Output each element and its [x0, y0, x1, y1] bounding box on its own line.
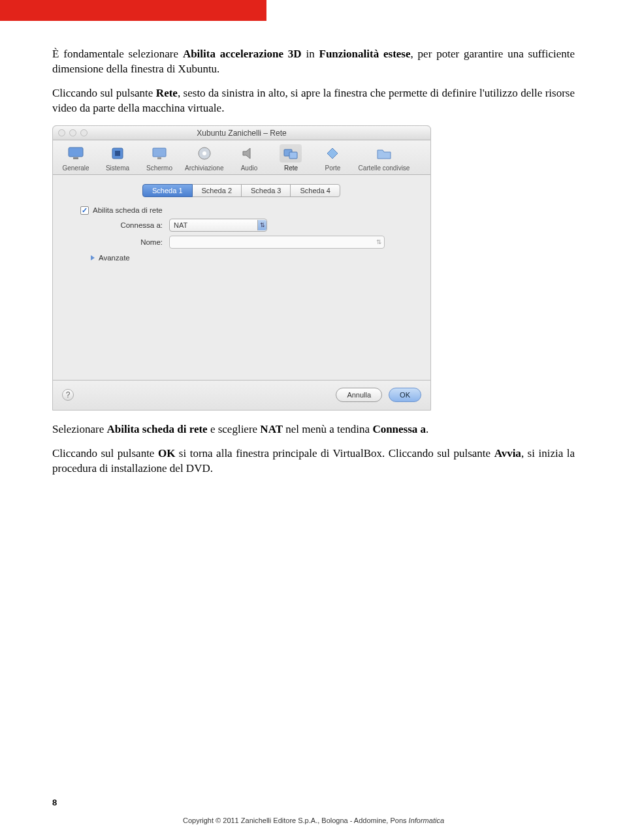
chevron-updown-icon: ⇅ [257, 220, 266, 230]
panel: Scheda 1 Scheda 2 Scheda 3 Scheda 4 Abil… [53, 175, 430, 410]
paragraph-3: Selezionare Abilita scheda di rete e sce… [52, 422, 575, 437]
text: È fondamentale selezionare [52, 48, 183, 60]
minimize-icon[interactable] [69, 129, 76, 136]
attached-to-label: Connessa a: [91, 221, 163, 229]
footer-text: Copyright © 2011 Zanichelli Editore S.p.… [183, 817, 409, 824]
svg-rect-5 [157, 157, 161, 159]
enable-adapter-row: Abilita scheda di rete [80, 206, 419, 215]
header-red-bar [0, 0, 266, 21]
tab-scheda-4[interactable]: Scheda 4 [290, 184, 340, 197]
zoom-icon[interactable] [80, 129, 88, 136]
advanced-row[interactable]: Avanzate [91, 254, 419, 262]
close-icon[interactable] [58, 129, 65, 136]
bold-text: Funzionalità estese [319, 48, 411, 60]
settings-window: Xubuntu Zanichelli – Rete Generale Siste… [52, 125, 431, 411]
text: Cliccando sul pulsante [52, 87, 156, 99]
bold-text: NAT [260, 423, 283, 435]
tab-bar: Scheda 1 Scheda 2 Scheda 3 Scheda 4 [65, 184, 419, 197]
display-icon [148, 144, 170, 163]
toolbar: Generale Sistema Schermo Archiviazione [53, 140, 430, 175]
page-content: È fondamentale selezionare Abilita accel… [52, 47, 575, 486]
enable-adapter-checkbox[interactable] [80, 206, 89, 215]
toolbar-generale[interactable]: Generale [59, 144, 92, 172]
svg-rect-1 [73, 157, 78, 159]
paragraph-2: Cliccando sul pulsante Rete, sesto da si… [52, 86, 575, 116]
text: nel menù a tendina [283, 423, 372, 435]
bold-text: Abilita scheda di rete [107, 423, 208, 435]
cancel-label: Annulla [347, 391, 371, 399]
speaker-icon [238, 144, 260, 163]
bold-text: OK [158, 447, 175, 459]
toolbar-archiviazione[interactable]: Archiviazione [185, 144, 223, 172]
network-icon [280, 144, 302, 163]
ok-button[interactable]: OK [389, 388, 421, 402]
text: Selezionare [52, 423, 107, 435]
footer: Copyright © 2011 Zanichelli Editore S.p.… [0, 817, 627, 824]
text: si torna alla finestra principale di Vir… [175, 447, 494, 459]
chip-icon [106, 144, 129, 163]
toolbar-cartelle[interactable]: Cartelle condivise [358, 144, 410, 172]
triangle-right-icon [91, 255, 95, 260]
bold-text: Rete [156, 87, 178, 99]
ports-icon [321, 144, 344, 163]
name-label: Nome: [91, 238, 163, 246]
toolbar-label: Porte [325, 164, 341, 172]
svg-rect-3 [115, 151, 120, 156]
text: e scegliere [208, 423, 261, 435]
cancel-button[interactable]: Annulla [336, 388, 382, 402]
footer-italic: Informatica [409, 817, 444, 824]
toolbar-porte[interactable]: Porte [316, 144, 349, 172]
bold-text: Avvia [494, 447, 521, 459]
help-button[interactable]: ? [62, 389, 74, 401]
window-title: Xubuntu Zanichelli – Rete [197, 129, 286, 138]
monitor-icon [65, 144, 87, 163]
text: in [302, 48, 319, 60]
bold-text: Abilita accelerazione 3D [183, 48, 302, 60]
svg-rect-4 [153, 148, 166, 157]
tab-scheda-2[interactable]: Scheda 2 [192, 184, 242, 197]
toolbar-label: Sistema [106, 164, 129, 172]
bottom-bar: ? Annulla OK [53, 380, 430, 410]
traffic-lights [58, 129, 88, 136]
name-row: Nome: ⇅ [91, 236, 419, 249]
paragraph-1: È fondamentale selezionare Abilita accel… [52, 47, 575, 77]
toolbar-label: Archiviazione [185, 164, 223, 172]
toolbar-label: Rete [284, 164, 298, 172]
svg-rect-0 [69, 148, 83, 157]
folder-icon [373, 144, 395, 163]
advanced-label: Avanzate [99, 254, 130, 262]
toolbar-label: Schermo [146, 164, 172, 172]
disk-icon [193, 144, 216, 163]
ok-label: OK [400, 391, 410, 399]
tab-scheda-3[interactable]: Scheda 3 [241, 184, 291, 197]
text: . [426, 423, 428, 435]
paragraph-4: Cliccando sul pulsante OK si torna alla … [52, 446, 575, 476]
stepper-icon: ⇅ [376, 238, 381, 245]
svg-point-7 [202, 151, 206, 155]
name-field[interactable]: ⇅ [169, 236, 385, 249]
toolbar-label: Cartelle condivise [358, 164, 410, 172]
page-number: 8 [52, 798, 57, 807]
toolbar-label: Audio [241, 164, 258, 172]
attached-to-row: Connessa a: NAT ⇅ [91, 219, 419, 232]
svg-rect-9 [289, 152, 297, 159]
toolbar-schermo[interactable]: Schermo [143, 144, 176, 172]
text: Cliccando sul pulsante [52, 447, 158, 459]
toolbar-audio[interactable]: Audio [233, 144, 265, 172]
window-titlebar: Xubuntu Zanichelli – Rete [53, 126, 430, 140]
toolbar-rete[interactable]: Rete [274, 144, 307, 172]
toolbar-label: Generale [62, 164, 89, 172]
attached-to-select[interactable]: NAT ⇅ [169, 219, 267, 232]
toolbar-sistema[interactable]: Sistema [101, 144, 134, 172]
select-value: NAT [174, 221, 187, 229]
bold-text: Connessa a [372, 423, 426, 435]
enable-adapter-label: Abilita scheda di rete [93, 206, 163, 214]
tab-scheda-1[interactable]: Scheda 1 [142, 184, 192, 197]
